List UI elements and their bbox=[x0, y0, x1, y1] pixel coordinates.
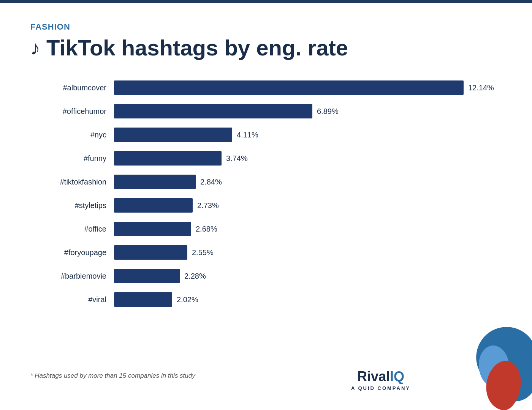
bar-value-label: 2.68% bbox=[196, 225, 217, 233]
bar-wrapper: 2.02% bbox=[114, 292, 494, 307]
bar-value-label: 2.73% bbox=[197, 201, 219, 210]
chart-title-text: TikTok hashtags by eng. rate bbox=[46, 35, 348, 60]
bar-value-label: 12.14% bbox=[468, 84, 494, 92]
bar-value-label: 2.28% bbox=[184, 272, 206, 281]
bar-label: #officehumor bbox=[38, 107, 114, 116]
bar-fill bbox=[114, 292, 172, 307]
decorative-blobs bbox=[448, 326, 532, 410]
bar-fill bbox=[114, 175, 196, 189]
logo-rival: Rival bbox=[357, 369, 390, 385]
bar-value-label: 6.89% bbox=[317, 107, 339, 116]
bar-wrapper: 2.73% bbox=[114, 198, 494, 213]
bar-value-label: 2.84% bbox=[200, 178, 222, 186]
bar-row: #viral2.02% bbox=[38, 291, 494, 308]
bar-wrapper: 6.89% bbox=[114, 104, 494, 118]
bar-row: #albumcover12.14% bbox=[38, 79, 494, 96]
bar-value-label: 2.55% bbox=[192, 248, 214, 257]
bar-row: #funny3.74% bbox=[38, 150, 494, 167]
bar-label: #tiktokfashion bbox=[38, 178, 114, 186]
bar-wrapper: 2.28% bbox=[114, 269, 494, 283]
bar-fill bbox=[114, 80, 464, 95]
bar-label: #viral bbox=[38, 295, 114, 304]
bar-wrapper: 2.84% bbox=[114, 175, 494, 189]
bar-fill bbox=[114, 151, 222, 166]
bar-value-label: 2.02% bbox=[177, 295, 198, 304]
bar-fill bbox=[114, 269, 180, 283]
logo-iq: IQ bbox=[390, 369, 404, 385]
bar-label: #nyc bbox=[38, 131, 114, 139]
bar-label: #albumcover bbox=[38, 84, 114, 92]
bar-wrapper: 2.68% bbox=[114, 222, 494, 236]
bar-wrapper: 12.14% bbox=[114, 80, 494, 95]
bar-fill bbox=[114, 222, 191, 236]
bar-row: #foryoupage2.55% bbox=[38, 244, 494, 261]
footnote: * Hashtags used by more than 15 companie… bbox=[30, 372, 195, 380]
bar-label: #styletips bbox=[38, 201, 114, 210]
chart-title: ♪ TikTok hashtags by eng. rate bbox=[30, 35, 502, 60]
logo-text: Rival IQ bbox=[357, 369, 404, 385]
bar-value-label: 3.74% bbox=[226, 154, 248, 163]
bar-row: #styletips2.73% bbox=[38, 197, 494, 214]
bar-row: #officehumor6.89% bbox=[38, 103, 494, 120]
bar-row: #office2.68% bbox=[38, 221, 494, 237]
bar-wrapper: 4.11% bbox=[114, 128, 494, 142]
bar-value-label: 4.11% bbox=[237, 131, 258, 139]
bar-fill bbox=[114, 128, 232, 142]
bar-label: #foryoupage bbox=[38, 248, 114, 257]
main-content: FASHION ♪ TikTok hashtags by eng. rate #… bbox=[0, 3, 532, 330]
bar-label: #barbiemovie bbox=[38, 272, 114, 281]
tiktok-icon: ♪ bbox=[30, 36, 40, 59]
chart-container: #albumcover12.14%#officehumor6.89%#nyc4.… bbox=[30, 79, 502, 308]
logo-area: Rival IQ A QUID COMPANY bbox=[351, 369, 410, 391]
bar-row: #nyc4.11% bbox=[38, 126, 494, 143]
bar-fill bbox=[114, 245, 187, 260]
bar-fill bbox=[114, 198, 193, 213]
bar-row: #barbiemovie2.28% bbox=[38, 268, 494, 284]
bar-label: #funny bbox=[38, 154, 114, 163]
top-bar bbox=[0, 0, 532, 3]
bar-label: #office bbox=[38, 225, 114, 233]
category-label: FASHION bbox=[30, 22, 502, 32]
logo-subtitle: A QUID COMPANY bbox=[351, 385, 410, 391]
bar-fill bbox=[114, 104, 312, 118]
bar-row: #tiktokfashion2.84% bbox=[38, 173, 494, 190]
bar-wrapper: 2.55% bbox=[114, 245, 494, 260]
bar-wrapper: 3.74% bbox=[114, 151, 494, 166]
